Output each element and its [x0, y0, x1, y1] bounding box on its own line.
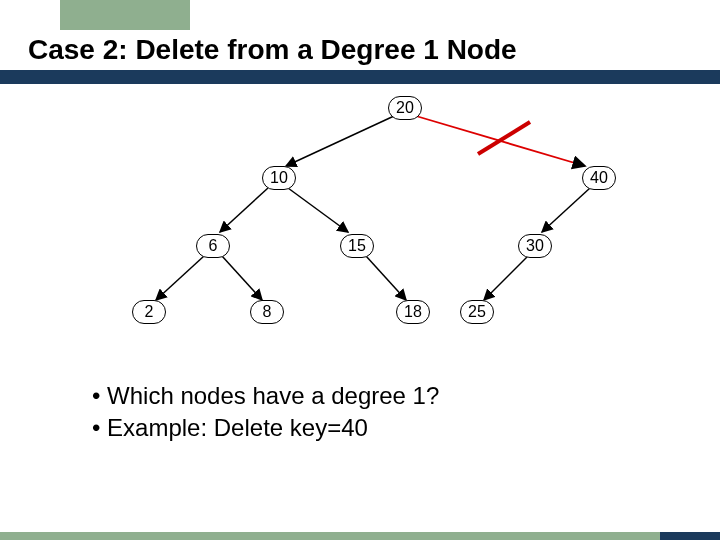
- tree-node-10: 10: [262, 166, 296, 190]
- svg-line-6: [156, 256, 204, 300]
- tree-node-18: 18: [396, 300, 430, 324]
- svg-line-7: [222, 256, 262, 300]
- tree-node-2: 2: [132, 300, 166, 324]
- tree-node-20: 20: [388, 96, 422, 120]
- title-underline-bar: [0, 70, 720, 84]
- tree-node-40: 40: [582, 166, 616, 190]
- bullet-item: • Example: Delete key=40: [92, 412, 439, 444]
- svg-line-2: [478, 122, 530, 154]
- bottom-dark-block: [660, 532, 720, 540]
- tree-diagram: 20 10 40 6 15 30 2 8 18 25: [0, 84, 720, 364]
- svg-line-9: [484, 256, 528, 300]
- tree-node-6: 6: [196, 234, 230, 258]
- bottom-accent-bar: [0, 532, 720, 540]
- bullet-list: • Which nodes have a degree 1? • Example…: [92, 380, 439, 445]
- svg-line-0: [286, 116, 394, 166]
- svg-line-4: [288, 188, 348, 232]
- top-accent-block: [60, 0, 190, 30]
- svg-line-5: [542, 188, 590, 232]
- bullet-text: Example: Delete key=40: [107, 414, 368, 441]
- bullet-item: • Which nodes have a degree 1?: [92, 380, 439, 412]
- bullet-text: Which nodes have a degree 1?: [107, 382, 439, 409]
- tree-node-30: 30: [518, 234, 552, 258]
- tree-node-25: 25: [460, 300, 494, 324]
- tree-edges: [0, 84, 720, 364]
- tree-node-8: 8: [250, 300, 284, 324]
- slide-title: Case 2: Delete from a Degree 1 Node: [28, 34, 517, 66]
- svg-line-3: [220, 188, 268, 232]
- svg-line-8: [366, 256, 406, 300]
- tree-node-15: 15: [340, 234, 374, 258]
